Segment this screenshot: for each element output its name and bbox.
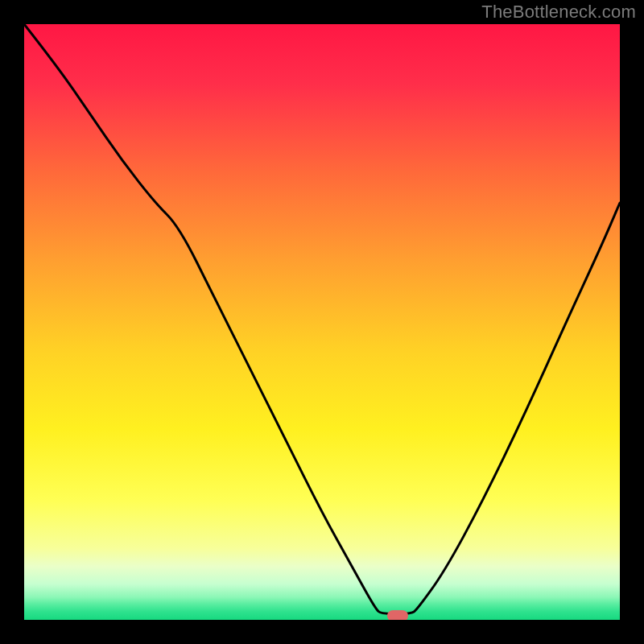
plot-area [24, 24, 620, 620]
optimal-marker [387, 610, 408, 620]
chart-frame: TheBottleneck.com [0, 0, 644, 644]
bottleneck-curve [24, 24, 620, 620]
attribution-label: TheBottleneck.com [481, 2, 636, 23]
